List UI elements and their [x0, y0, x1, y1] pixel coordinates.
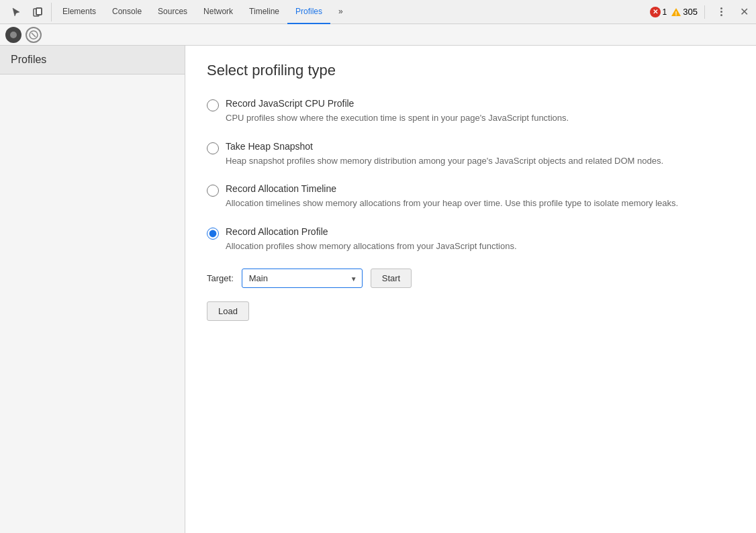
main-layout: Profiles Select profiling type Record Ja… [0, 46, 756, 533]
inspect-tool-button[interactable] [28, 3, 47, 21]
tab-console[interactable]: Console [104, 0, 150, 24]
sidebar-title: Profiles [0, 46, 185, 75]
target-label: Target: [207, 273, 234, 283]
error-count: 1 [663, 7, 667, 17]
error-icon: ✕ [650, 7, 661, 17]
option-alloc-profile-desc: Allocation profiles show memory allocati… [226, 240, 735, 253]
radio-alloc-timeline-wrapper[interactable] [207, 185, 219, 199]
content-area: Select profiling type Record JavaScript … [185, 46, 756, 533]
main-toolbar: Elements Console Sources Network Timelin… [0, 0, 756, 24]
record-icon [10, 32, 17, 38]
sidebar: Profiles [0, 46, 185, 533]
close-devtools-button[interactable]: ✕ [735, 3, 753, 21]
tab-sources[interactable]: Sources [150, 0, 195, 24]
more-dots-icon [720, 7, 722, 16]
svg-rect-1 [36, 8, 42, 15]
target-select[interactable]: Main [242, 269, 363, 288]
radio-cpu-wrapper[interactable] [207, 99, 219, 113]
target-row: Target: Main Start [207, 269, 735, 288]
option-cpu-profile: Record JavaScript CPU Profile CPU profil… [207, 98, 735, 125]
section-title: Select profiling type [207, 62, 735, 79]
option-heap-desc: Heap snapshot profiles show memory distr… [226, 154, 735, 168]
option-alloc-profile-title: Record Allocation Profile [226, 226, 735, 237]
tab-more[interactable]: » [330, 0, 351, 24]
radio-alloc-profile-wrapper[interactable] [207, 228, 219, 242]
warning-count: 305 [683, 7, 698, 17]
toolbar-device-icons [3, 3, 52, 21]
tab-network[interactable]: Network [195, 0, 241, 24]
cursor-tool-button[interactable] [7, 3, 26, 21]
radio-heap[interactable] [207, 142, 219, 154]
toolbar-tabs: Elements Console Sources Network Timelin… [54, 0, 351, 23]
svg-text:!: ! [675, 10, 677, 17]
start-button[interactable]: Start [371, 269, 412, 288]
option-cpu-desc: CPU profiles show where the execution ti… [226, 111, 735, 125]
option-heap-snapshot: Take Heap Snapshot Heap snapshot profile… [207, 141, 735, 168]
option-heap-text: Take Heap Snapshot Heap snapshot profile… [226, 141, 735, 168]
load-row: Load [207, 299, 735, 321]
clear-button[interactable] [26, 27, 42, 43]
clear-icon [29, 30, 38, 40]
toolbar-divider [704, 5, 705, 19]
secondary-toolbar [0, 24, 756, 46]
option-alloc-profile-text: Record Allocation Profile Allocation pro… [226, 226, 735, 253]
option-alloc-profile: Record Allocation Profile Allocation pro… [207, 226, 735, 253]
tab-timeline[interactable]: Timeline [241, 0, 287, 24]
tab-profiles[interactable]: Profiles [287, 0, 330, 24]
radio-alloc-timeline[interactable] [207, 185, 219, 197]
warning-badge[interactable]: ! 305 [671, 7, 698, 17]
load-button[interactable]: Load [207, 301, 249, 321]
radio-alloc-profile[interactable] [207, 228, 219, 240]
record-button[interactable] [5, 27, 21, 43]
radio-cpu[interactable] [207, 99, 219, 111]
option-cpu-text: Record JavaScript CPU Profile CPU profil… [226, 98, 735, 125]
option-heap-title: Take Heap Snapshot [226, 141, 735, 152]
option-alloc-timeline-desc: Allocation timelines show memory allocat… [226, 197, 735, 210]
more-options-button[interactable] [712, 3, 730, 21]
warning-triangle-icon: ! [671, 7, 681, 17]
option-alloc-timeline: Record Allocation Timeline Allocation ti… [207, 183, 735, 210]
error-badge[interactable]: ✕ 1 [650, 7, 667, 17]
option-cpu-title: Record JavaScript CPU Profile [226, 98, 735, 109]
radio-heap-wrapper[interactable] [207, 142, 219, 156]
option-alloc-timeline-text: Record Allocation Timeline Allocation ti… [226, 183, 735, 210]
option-alloc-timeline-title: Record Allocation Timeline [226, 183, 735, 194]
target-select-wrapper: Main [242, 269, 363, 288]
tab-elements[interactable]: Elements [54, 0, 104, 24]
svg-line-6 [32, 33, 36, 37]
toolbar-right: ✕ 1 ! 305 ✕ [650, 3, 753, 21]
